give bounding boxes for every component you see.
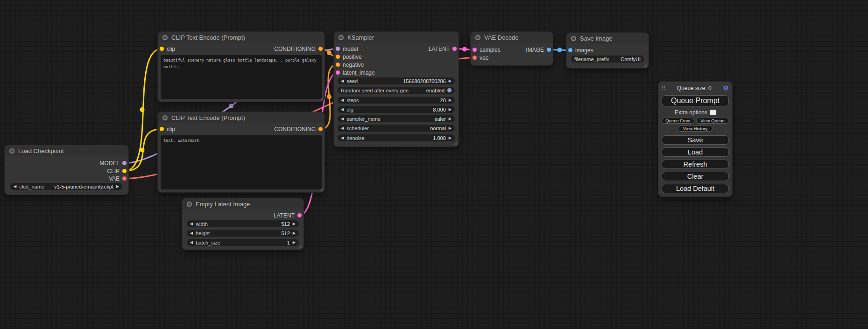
output-slot-conditioning[interactable]: CONDITIONING: [274, 45, 323, 53]
collapse-dot-icon[interactable]: [187, 202, 192, 207]
resize-handle-icon[interactable]: [319, 187, 323, 191]
save-button[interactable]: Save: [662, 135, 729, 145]
input-slot-clip[interactable]: clip: [160, 45, 175, 53]
increment-arrow-icon[interactable]: [449, 136, 452, 140]
output-slot-image[interactable]: IMAGE: [526, 46, 551, 54]
collapse-dot-icon[interactable]: [475, 35, 480, 40]
node-vae-decode[interactable]: VAE Decode samples vae IMAGE: [471, 32, 553, 65]
node-empty-latent-image[interactable]: Empty Latent Image LATENT width 512 heig…: [182, 198, 303, 250]
sampler-name-widget[interactable]: sampler_name euler: [338, 115, 455, 122]
collapse-dot-icon[interactable]: [162, 115, 168, 120]
increment-arrow-icon[interactable]: [449, 117, 452, 121]
width-widget[interactable]: width 512: [187, 220, 299, 227]
refresh-button[interactable]: Refresh: [662, 160, 729, 169]
output-slot-clip[interactable]: CLIP: [107, 167, 127, 175]
load-button[interactable]: Load: [662, 147, 729, 157]
increment-arrow-icon[interactable]: [293, 241, 296, 245]
decrement-arrow-icon[interactable]: [341, 108, 344, 112]
slot-dot-vae[interactable]: [122, 176, 127, 181]
view-queue-button[interactable]: View Queue: [696, 118, 729, 124]
increment-arrow-icon[interactable]: [449, 98, 452, 102]
collapse-dot-icon[interactable]: [9, 148, 14, 154]
collapse-dot-icon[interactable]: [339, 35, 344, 40]
increment-arrow-icon[interactable]: [293, 222, 296, 226]
resize-handle-icon[interactable]: [453, 141, 457, 145]
view-history-button[interactable]: View History: [678, 126, 713, 132]
decrement-arrow-icon[interactable]: [341, 98, 344, 102]
drag-handle-icon[interactable]: [662, 85, 665, 91]
input-slot-negative[interactable]: negative: [336, 61, 364, 69]
input-slot-latent-image[interactable]: latent_image: [336, 69, 375, 77]
queue-prompt-button[interactable]: Queue Prompt: [662, 95, 729, 106]
output-slot-vae[interactable]: VAE: [109, 175, 127, 182]
slot-dot-latent[interactable]: [473, 48, 477, 52]
slot-dot-clip[interactable]: [122, 169, 127, 173]
collapse-dot-icon[interactable]: [571, 36, 576, 41]
decrement-arrow-icon[interactable]: [341, 126, 344, 130]
slot-dot-model[interactable]: [122, 161, 127, 165]
slot-dot-conditioning[interactable]: [318, 47, 323, 51]
slot-dot-conditioning[interactable]: [336, 55, 340, 59]
input-slot-clip[interactable]: clip: [160, 125, 175, 133]
random-seed-toggle-widget[interactable]: Random seed after every gen enabled: [338, 87, 455, 94]
slot-dot-latent[interactable]: [336, 70, 340, 75]
output-slot-conditioning[interactable]: CONDITIONING: [274, 125, 323, 133]
seed-widget[interactable]: seed 156680208700286: [338, 77, 455, 84]
output-slot-latent[interactable]: LATENT: [274, 211, 302, 219]
increment-arrow-icon[interactable]: [449, 126, 452, 130]
steps-widget[interactable]: steps 20: [338, 97, 455, 104]
resize-handle-icon[interactable]: [643, 63, 647, 67]
slot-dot-latent[interactable]: [297, 213, 302, 217]
decrement-arrow-icon[interactable]: [341, 117, 344, 121]
filename-prefix-widget[interactable]: filename_prefix ComfyUI: [571, 56, 644, 63]
height-widget[interactable]: height 512: [187, 230, 299, 237]
decrement-arrow-icon[interactable]: [190, 222, 193, 226]
input-slot-images[interactable]: images: [568, 46, 593, 54]
decrement-arrow-icon[interactable]: [190, 231, 193, 235]
output-slot-model[interactable]: MODEL: [99, 159, 127, 167]
clear-button[interactable]: Clear: [662, 172, 729, 181]
slot-dot-image[interactable]: [568, 48, 572, 52]
node-clip-text-encode-negative[interactable]: CLIP Text Encode (Prompt) clip CONDITION…: [158, 112, 325, 192]
increment-arrow-icon[interactable]: [449, 108, 452, 112]
queue-front-button[interactable]: Queue Front: [662, 118, 694, 124]
toggle-dot-icon[interactable]: [447, 88, 452, 92]
prompt-textarea[interactable]: beautiful scenery nature glass bottle la…: [161, 55, 322, 99]
slot-dot-model[interactable]: [336, 47, 340, 51]
slot-dot-image[interactable]: [547, 48, 551, 52]
decrement-arrow-icon[interactable]: [341, 79, 344, 83]
resize-handle-icon[interactable]: [319, 97, 323, 100]
load-default-button[interactable]: Load Default: [662, 184, 729, 193]
extra-options-checkbox[interactable]: [710, 110, 716, 115]
slot-dot-vae[interactable]: [473, 56, 477, 60]
slot-dot-conditioning[interactable]: [336, 63, 340, 67]
output-slot-latent[interactable]: LATENT: [429, 45, 457, 53]
ckpt-name-widget[interactable]: ckpt_name v1-5-pruned-emaonly.ckpt: [10, 183, 122, 190]
node-titlebar[interactable]: KSampler: [334, 32, 459, 43]
collapse-dot-icon[interactable]: [162, 35, 168, 40]
increment-arrow-icon[interactable]: [116, 185, 119, 189]
batch-size-widget[interactable]: batch_size 1: [187, 239, 299, 246]
input-slot-samples[interactable]: samples: [473, 46, 501, 54]
cfg-widget[interactable]: cfg 8.000: [338, 106, 455, 113]
decrement-arrow-icon[interactable]: [341, 136, 344, 140]
node-save-image[interactable]: Save Image images filename_prefix ComfyU…: [566, 33, 649, 68]
input-slot-positive[interactable]: positive: [336, 53, 362, 61]
resize-handle-icon[interactable]: [298, 245, 302, 248]
slot-dot-latent[interactable]: [452, 47, 457, 51]
settings-gear-icon[interactable]: [723, 84, 729, 92]
denoise-widget[interactable]: denoise 1.000: [338, 134, 455, 141]
input-slot-vae[interactable]: vae: [473, 54, 488, 62]
increment-arrow-icon[interactable]: [449, 79, 452, 83]
node-clip-text-encode-positive[interactable]: CLIP Text Encode (Prompt) clip CONDITION…: [158, 32, 325, 102]
scheduler-widget[interactable]: scheduler normal: [338, 125, 455, 132]
decrement-arrow-icon[interactable]: [14, 185, 16, 189]
slot-dot-clip[interactable]: [160, 127, 164, 131]
node-titlebar[interactable]: Save Image: [566, 33, 649, 44]
node-titlebar[interactable]: VAE Decode: [471, 32, 553, 43]
node-titlebar[interactable]: Empty Latent Image: [182, 198, 303, 210]
node-load-checkpoint[interactable]: Load Checkpoint MODEL CLIP VAE ckpt_name…: [5, 145, 128, 195]
decrement-arrow-icon[interactable]: [190, 241, 193, 245]
input-slot-model[interactable]: model: [336, 45, 358, 53]
prompt-textarea[interactable]: text, watermark: [161, 135, 322, 189]
